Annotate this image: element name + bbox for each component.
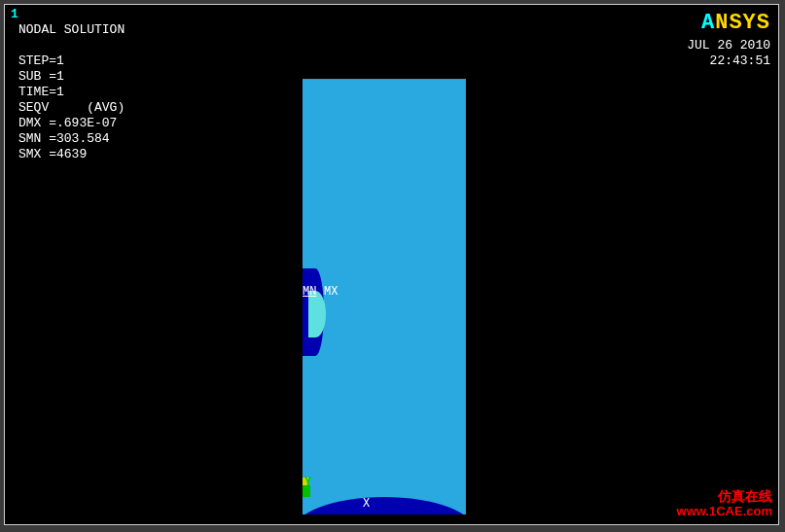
info-time: TIME=1 bbox=[18, 85, 64, 99]
logo-rest: NSYS bbox=[715, 11, 770, 35]
info-smn: SMN =303.584 bbox=[18, 131, 110, 146]
watermark-line2: www.1CAE.com bbox=[677, 504, 772, 518]
info-step: STEP=1 bbox=[18, 53, 64, 68]
info-seqv: SEQV (AVG) bbox=[18, 100, 125, 115]
window-number: 1 bbox=[11, 7, 18, 21]
watermark: 仿真在线 www.1CAE.com bbox=[677, 489, 772, 518]
solution-info-block: NODAL SOLUTION STEP=1 SUB =1 TIME=1 SEQV… bbox=[18, 22, 125, 162]
min-marker: MN bbox=[303, 285, 316, 299]
info-smx: SMX =4639 bbox=[18, 147, 87, 161]
info-sub: SUB =1 bbox=[18, 69, 64, 84]
max-marker: MX bbox=[324, 285, 338, 299]
info-dmx: DMX =.693E-07 bbox=[18, 116, 117, 130]
model-plot: MN MX Y X bbox=[303, 79, 466, 514]
logo-letter-a: A bbox=[701, 11, 715, 35]
header-title: NODAL SOLUTION bbox=[18, 22, 125, 37]
graphics-viewport: 1 NODAL SOLUTION STEP=1 SUB =1 TIME=1 SE… bbox=[4, 4, 779, 525]
datetime-block: JUL 26 2010 22:43:51 bbox=[687, 38, 770, 69]
ansys-logo: ANSYS bbox=[701, 11, 770, 35]
date-text: JUL 26 2010 bbox=[687, 38, 770, 53]
watermark-line1: 仿真在线 bbox=[677, 489, 772, 504]
axis-y-label: Y bbox=[304, 476, 311, 489]
axis-x-label: X bbox=[363, 497, 370, 511]
time-text: 22:43:51 bbox=[710, 53, 770, 68]
